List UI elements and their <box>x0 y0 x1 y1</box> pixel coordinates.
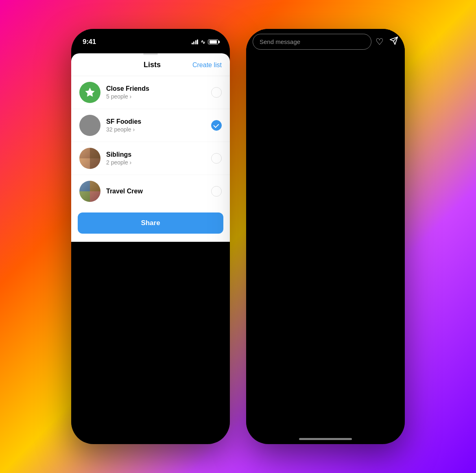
list-item-travel-crew[interactable]: Travel Crew <box>71 175 230 208</box>
sheet-header: Lists Create list <box>71 59 230 76</box>
sf-foodies-count: 32 people › <box>106 126 211 133</box>
list-item-siblings[interactable]: Siblings 2 people › <box>71 142 230 175</box>
siblings-cell-1 <box>79 148 90 158</box>
close-friends-check[interactable] <box>211 87 222 98</box>
siblings-cell-3 <box>79 158 90 169</box>
sf-foodies-name: SF Foodies <box>106 118 211 125</box>
signal-icon <box>192 39 199 44</box>
siblings-avatar <box>79 148 100 169</box>
close-friends-info: Close Friends 5 people › <box>106 85 211 100</box>
travel-crew-check[interactable] <box>211 186 222 197</box>
like-icon[interactable]: ♡ <box>376 37 384 47</box>
sheet-handle <box>143 53 158 55</box>
avatar-cell-2 <box>90 115 100 125</box>
travel-cell-3 <box>79 191 90 202</box>
left-home-indicator <box>124 438 177 440</box>
avatar-collage <box>79 115 100 136</box>
left-phone-screen: 9:41 ∿ <box>71 29 230 444</box>
battery-icon <box>208 39 218 44</box>
left-status-bar: 9:41 ∿ <box>71 29 230 49</box>
travel-cell-1 <box>79 181 90 191</box>
send-icon[interactable] <box>389 36 398 47</box>
siblings-check[interactable] <box>211 153 222 164</box>
left-status-icons: ∿ <box>192 39 219 45</box>
create-list-button[interactable]: Create list <box>192 61 222 69</box>
sheet-title: Lists <box>112 61 192 69</box>
left-time: 9:41 <box>83 38 96 46</box>
siblings-info: Siblings 2 people › <box>106 151 211 166</box>
avatar-cell-1 <box>79 115 90 125</box>
right-home-indicator <box>299 438 352 440</box>
travel-crew-name: Travel Crew <box>106 188 211 195</box>
avatar-cell-3 <box>79 125 90 136</box>
list-items-container: Close Friends 5 people › <box>71 76 230 208</box>
list-item-close-friends[interactable]: Close Friends 5 people › <box>71 76 230 109</box>
sf-foodies-info: SF Foodies 32 people › <box>106 118 211 133</box>
story-bottom-bar: Send message ♡ <box>246 29 405 58</box>
travel-cell-4 <box>90 191 100 202</box>
siblings-collage <box>79 148 100 169</box>
siblings-cell-2 <box>90 148 100 158</box>
siblings-cell-4 <box>90 158 100 169</box>
list-item-sf-foodies[interactable]: SF Foodies 32 people › <box>71 109 230 142</box>
message-input[interactable]: Send message <box>253 34 371 50</box>
siblings-name: Siblings <box>106 151 211 158</box>
travel-cell-2 <box>90 181 100 191</box>
star-icon <box>84 87 96 98</box>
travel-crew-collage <box>79 181 100 202</box>
travel-crew-avatar <box>79 181 100 202</box>
sf-foodies-check[interactable] <box>211 120 222 131</box>
right-phone: 9:43 ∿ <box>246 29 405 444</box>
travel-crew-info: Travel Crew <box>106 188 211 195</box>
sf-foodies-avatar <box>79 115 100 136</box>
siblings-count: 2 people › <box>106 159 211 166</box>
right-phone-screen: 9:43 ∿ <box>246 29 405 444</box>
avatar-cell-4 <box>90 125 100 136</box>
wifi-icon: ∿ <box>201 39 205 45</box>
close-friends-avatar <box>79 82 100 103</box>
close-friends-count: 5 people › <box>106 93 211 100</box>
close-friends-name: Close Friends <box>106 85 211 92</box>
story-action-icons: ♡ <box>376 36 398 47</box>
message-placeholder: Send message <box>260 38 300 45</box>
bottom-sheet: Lists Create list Close Friends 5 people… <box>71 53 230 242</box>
left-phone: 9:41 ∿ <box>71 29 230 444</box>
share-button[interactable]: Share <box>78 212 223 234</box>
